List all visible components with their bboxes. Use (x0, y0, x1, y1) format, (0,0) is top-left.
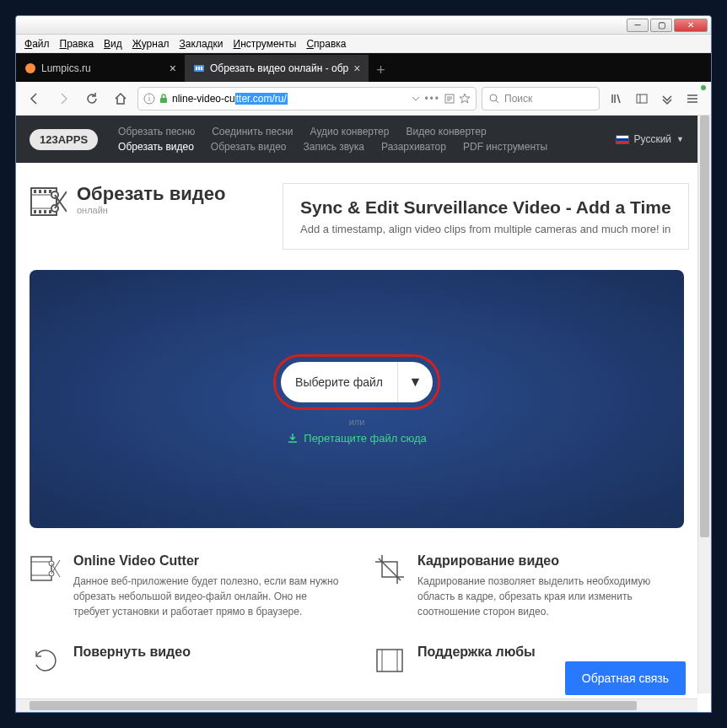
nav-join-songs[interactable]: Соединить песни (212, 126, 293, 138)
nav-unarchive[interactable]: Разархиватор (381, 141, 446, 153)
highlight-ring: Выберите файл ▼ (273, 354, 440, 410)
url-text: nline-video-cutter.com/ru/ (172, 93, 288, 105)
svg-rect-7 (160, 98, 167, 103)
film-icon (374, 644, 406, 677)
reload-button[interactable] (80, 87, 104, 111)
menu-edit[interactable]: Правка (57, 36, 98, 51)
menu-bookmarks[interactable]: Закладки (176, 36, 227, 51)
tab-close-icon[interactable]: × (353, 62, 360, 75)
search-bar[interactable]: Поиск (482, 87, 600, 111)
page-actions-icon[interactable]: ••• (424, 93, 440, 105)
svg-rect-27 (44, 190, 46, 193)
choose-file-dropdown[interactable]: ▼ (397, 362, 433, 402)
nav-cut-song[interactable]: Обрезать песню (118, 126, 195, 138)
feature-crop: Кадрирование видео Кадрирование позволяе… (374, 553, 684, 619)
scrollbar-v[interactable] (697, 116, 711, 693)
back-button[interactable] (23, 87, 46, 111)
lang-label: Русский (634, 133, 672, 145)
nav-pdf[interactable]: PDF инструменты (463, 141, 547, 153)
crop-icon (374, 553, 406, 585)
scrollthumb-v[interactable] (700, 116, 709, 537)
forward-button[interactable] (51, 87, 75, 111)
scrollbar-h[interactable] (16, 698, 697, 712)
svg-text:i: i (148, 94, 150, 103)
svg-rect-3 (198, 67, 200, 70)
feature-rotate: Повернуть видео (30, 644, 340, 677)
svg-rect-28 (49, 190, 51, 193)
nav-record[interactable]: Запись звука (304, 141, 365, 153)
svg-rect-26 (39, 190, 41, 193)
nav-cut-video2[interactable]: Обрезать видео (211, 141, 287, 153)
menubar: Файл Правка Вид Журнал Закладки Инструме… (16, 35, 711, 53)
tab-lumpics[interactable]: Lumpics.ru × (16, 55, 185, 82)
minimize-button[interactable]: ─ (627, 19, 649, 32)
svg-rect-45 (377, 650, 402, 671)
svg-rect-30 (39, 210, 41, 213)
scissors-film-icon (30, 553, 62, 585)
browser-window: ─ ▢ ✕ Файл Правка Вид Журнал Закладки Ин… (15, 15, 712, 713)
feature-title: Кадрирование видео (417, 553, 684, 569)
feature-title: Повернуть видео (73, 644, 191, 660)
site-nav: 123APPS Обрезать песню Соединить песни А… (16, 116, 697, 163)
home-button[interactable] (109, 87, 132, 111)
svg-rect-17 (637, 94, 647, 103)
nav-cut-video[interactable]: Обрезать видео (118, 141, 194, 153)
menu-view[interactable]: Вид (100, 36, 126, 51)
url-bar[interactable]: i nline-video-cutter.com/ru/ ••• (137, 87, 477, 111)
svg-rect-37 (31, 557, 51, 580)
svg-line-16 (617, 94, 620, 103)
menu-icon[interactable] (681, 87, 704, 111)
menu-help[interactable]: Справка (303, 36, 349, 51)
scrollthumb-h[interactable] (30, 701, 637, 710)
titlebar: ─ ▢ ✕ (16, 16, 711, 35)
feature-title: Поддержка любы (417, 644, 536, 660)
tab-close-icon[interactable]: × (170, 62, 176, 75)
sidebar-icon[interactable] (630, 87, 654, 111)
menu-tools[interactable]: Инструменты (230, 36, 300, 51)
menu-history[interactable]: Журнал (129, 36, 173, 51)
svg-point-12 (490, 94, 497, 101)
page-subtitle: онлайн (77, 205, 225, 215)
reader-icon[interactable] (444, 93, 455, 105)
svg-point-0 (25, 63, 35, 73)
feedback-button[interactable]: Обратная связь (565, 661, 686, 695)
close-button[interactable]: ✕ (674, 19, 708, 32)
ad-text: Add a timestamp, align video clips from … (300, 223, 671, 235)
drag-hint: Перетащите файл сюда (287, 432, 426, 445)
maximize-button[interactable]: ▢ (650, 19, 672, 32)
info-icon: i (143, 93, 155, 105)
favicon-videocutter (193, 62, 205, 74)
toolbar-icons (605, 87, 704, 111)
overflow-icon[interactable] (655, 87, 679, 111)
language-selector[interactable]: Русский ▼ (616, 133, 684, 145)
svg-line-13 (496, 100, 498, 103)
svg-rect-2 (196, 67, 197, 70)
cut-video-icon (30, 183, 67, 220)
tab-videocutter[interactable]: Обрезать видео онлайн - обр × (185, 55, 369, 82)
page-header: Обрезать видео онлайн Sync & Edit Survei… (16, 163, 697, 270)
svg-rect-29 (34, 210, 36, 213)
search-icon (489, 94, 499, 104)
new-tab-button[interactable]: + (369, 58, 392, 82)
nav-audio-conv[interactable]: Аудио конвертер (310, 126, 390, 138)
flag-ru-icon (616, 135, 629, 144)
download-icon (287, 432, 299, 444)
or-text: или (349, 417, 365, 427)
tab-label: Lumpics.ru (41, 62, 164, 74)
bookmark-star-icon[interactable] (459, 93, 471, 105)
feature-cutter: Online Video Cutter Данное веб-приложени… (30, 553, 340, 619)
feature-text: Кадрирование позволяет выделить необходи… (417, 574, 684, 619)
menu-file[interactable]: Файл (21, 36, 53, 51)
feature-text: Данное веб-приложение будет полезно, есл… (73, 574, 340, 619)
drop-area[interactable]: Выберите файл ▼ или Перетащите файл сюда (30, 270, 684, 528)
choose-file-button[interactable]: Выберите файл ▼ (281, 362, 433, 402)
library-icon[interactable] (605, 87, 628, 111)
logo[interactable]: 123APPS (30, 129, 98, 150)
svg-rect-25 (34, 190, 36, 193)
ad-box[interactable]: Sync & Edit Surveillance Video - Add a T… (283, 183, 689, 250)
search-placeholder: Поиск (504, 93, 532, 105)
navbar: i nline-video-cutter.com/ru/ ••• Поиск (16, 82, 711, 116)
svg-rect-4 (201, 67, 202, 70)
nav-video-conv[interactable]: Видео конвертер (406, 126, 486, 138)
dropdown-icon[interactable] (411, 94, 421, 104)
